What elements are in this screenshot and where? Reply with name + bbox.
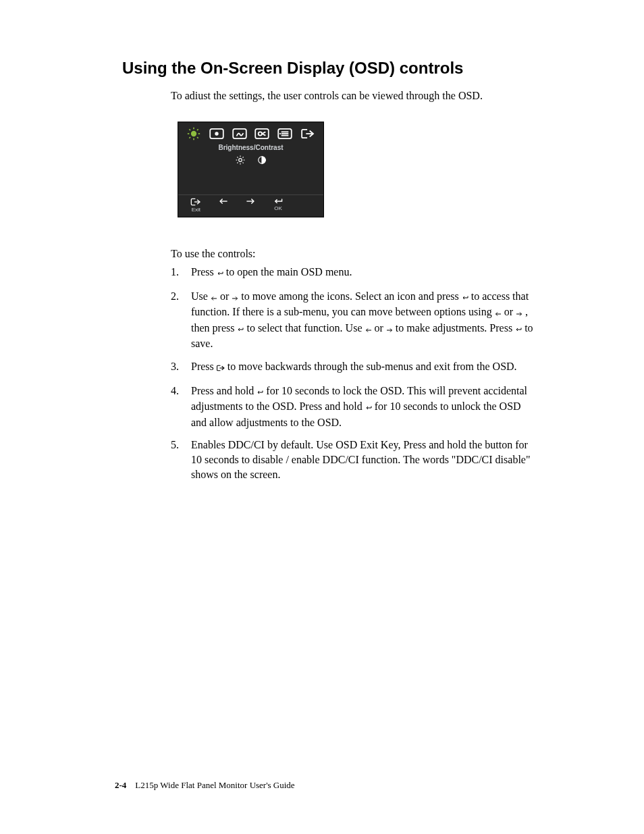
svg-line-8 (197, 129, 198, 130)
step4-text-a: Press and hold (191, 385, 257, 396)
osd-exit-button: Exit (184, 198, 208, 213)
step2-text-e: or (504, 306, 516, 317)
footer-title: L215p Wide Flat Panel Monitor User's Gui… (135, 780, 294, 790)
step2-text-a: Use (191, 290, 211, 302)
step3-text-a: Press (191, 361, 217, 372)
arrow-right-icon (386, 322, 393, 337)
step2-text-c: to move among the icons. Select an icon … (241, 290, 462, 302)
svg-point-0 (192, 132, 196, 136)
svg-line-25 (237, 157, 238, 157)
osd-exit-label: Exit (192, 207, 200, 213)
step2-text-i: to make adjustments. Press (396, 322, 515, 334)
arrow-left-icon (365, 322, 372, 337)
osd-title: Brightness/Contrast (178, 142, 323, 154)
osd-top-icon-row (178, 122, 323, 142)
enter-icon (462, 290, 468, 305)
step1-text-a: Press (191, 266, 217, 278)
svg-point-13 (259, 132, 262, 135)
svg-line-28 (242, 157, 243, 157)
svg-line-5 (189, 129, 190, 130)
step3-text-b: to move backwards through the sub-menus … (227, 361, 517, 372)
osd-sub-contrast-icon (257, 155, 267, 167)
enter-icon (515, 322, 522, 337)
step2-text-b: or (220, 290, 232, 302)
osd-menu-figure: Brightness/Contrast (178, 122, 324, 217)
svg-point-20 (238, 159, 242, 162)
step5-text: Enables DDC/CI by default. Use OSD Exit … (191, 439, 530, 479)
osd-tab-image-setup (230, 126, 249, 141)
arrow-left-icon (211, 290, 217, 305)
arrow-right-icon (516, 306, 522, 321)
enter-icon (237, 322, 244, 337)
enter-icon (257, 385, 263, 400)
to-use-controls-text: To use the controls: (171, 246, 535, 261)
svg-point-10 (215, 132, 218, 135)
step-5: Enables DDC/CI by default. Use OSD Exit … (171, 438, 535, 481)
section-heading: Using the On-Screen Display (OSD) contro… (122, 59, 463, 78)
osd-ok-button: OK (266, 198, 290, 211)
step2-text-g: to select that function. Use (246, 322, 365, 334)
page-number: 2-4 (115, 780, 126, 790)
osd-left-button (211, 198, 236, 205)
svg-line-7 (189, 137, 190, 138)
osd-sub-brightness-icon (236, 155, 245, 167)
enter-icon (365, 400, 372, 415)
step-3: Press to move backwards through the sub-… (171, 359, 535, 375)
arrow-left-icon (495, 306, 502, 321)
enter-icon (217, 266, 223, 281)
osd-ok-label: OK (274, 205, 282, 211)
osd-bottom-controls: Exit OK (178, 194, 323, 217)
svg-line-27 (237, 163, 238, 163)
page-footer: 2-4 L215p Wide Flat Panel Monitor User's… (115, 780, 295, 791)
step-1: Press to open the main OSD menu. (171, 265, 535, 281)
osd-tab-exit (298, 126, 317, 141)
steps-list: Press to open the main OSD menu. Use or (171, 265, 535, 490)
svg-line-6 (197, 137, 198, 138)
osd-tab-image-properties (252, 126, 271, 141)
osd-right-button (238, 198, 263, 205)
step-2: Use or to move among the icons. Select a… (171, 289, 535, 351)
step-4: Press and hold for 10 seconds to lock th… (171, 384, 535, 430)
osd-tab-options (275, 126, 294, 141)
step2-text-h: or (375, 322, 386, 334)
arrow-right-icon (232, 290, 238, 305)
osd-sub-icons (178, 154, 323, 172)
osd-tab-brightness (184, 126, 203, 141)
exit-icon (217, 361, 225, 375)
step1-text-b: to open the main OSD menu. (226, 266, 352, 278)
osd-tab-image-position (207, 126, 226, 141)
svg-line-26 (242, 163, 243, 163)
intro-paragraph: To adiust the settings, the user control… (171, 90, 549, 102)
